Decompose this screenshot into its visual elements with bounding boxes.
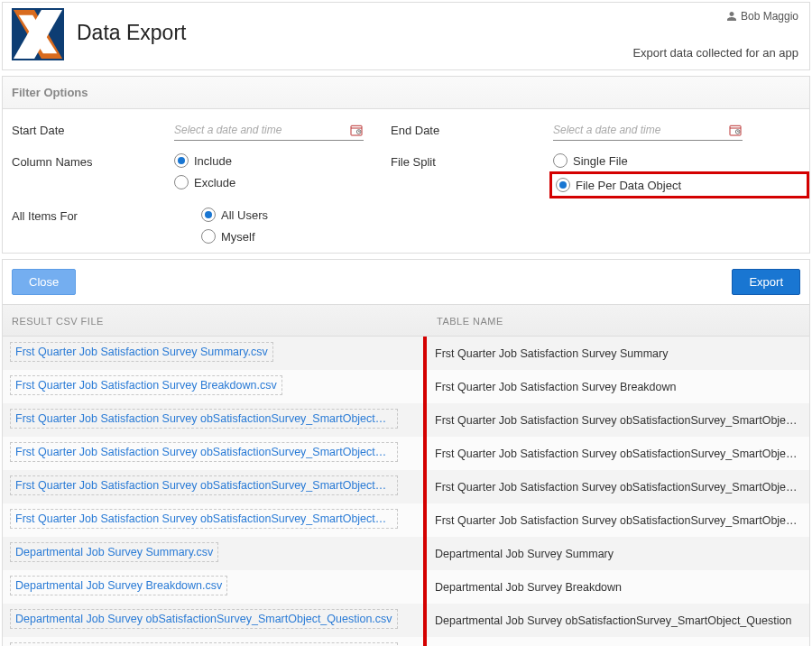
csv-file-link[interactable]: Departmental Job Survey Breakdown.csv (10, 576, 227, 595)
table-row: Frst Quarter Job Satisfaction Survey obS… (3, 403, 809, 437)
table-name-cell: Frst Quarter Job Satisfaction Survey obS… (429, 481, 802, 494)
table-name-cell: Departmental Job Survey obSatisfactionSu… (429, 614, 802, 627)
table-name-cell: Departmental Job Survey Breakdown (429, 581, 802, 594)
table-row: Departmental Job Survey obSatisfactionSu… (3, 604, 809, 637)
end-date-input[interactable]: Select a date and time (553, 122, 743, 141)
radio-all-users[interactable]: All Users (201, 208, 391, 222)
results-panel: Close Export RESULT CSV FILE TABLE NAME … (2, 259, 810, 646)
action-bar: Close Export (3, 260, 809, 304)
page-subtitle: Export data collected for an app (632, 46, 798, 60)
radio-label: Include (194, 154, 232, 168)
radio-exclude[interactable]: Exclude (174, 175, 391, 189)
filter-section-title: Filter Options (3, 77, 809, 109)
table-name-cell: Frst Quarter Job Satisfaction Survey Bre… (429, 381, 802, 393)
results-header: RESULT CSV FILE TABLE NAME (3, 305, 809, 337)
radio-dot-icon (174, 153, 189, 168)
table-name-cell: Departmental Job Survey Summary (429, 548, 802, 560)
results-rows: Frst Quarter Job Satisfaction Survey Sum… (3, 337, 809, 646)
radio-label: Exclude (194, 176, 235, 189)
radio-dot-icon (174, 175, 189, 189)
filter-panel: Filter Options Start Date Select a date … (2, 76, 810, 254)
end-date-label: End Date (391, 122, 553, 137)
table-name-cell: Frst Quarter Job Satisfaction Survey obS… (429, 448, 802, 460)
table-row: Frst Quarter Job Satisfaction Survey obS… (3, 437, 809, 470)
highlight-marker (423, 337, 427, 646)
page-title: Data Export (77, 21, 186, 45)
csv-file-link[interactable]: Frst Quarter Job Satisfaction Survey Bre… (10, 375, 282, 395)
header-panel: Data Export Bob Maggio Export data colle… (2, 2, 810, 70)
csv-file-link[interactable]: Departmental Job Survey obSatisfactionSu… (10, 609, 398, 629)
file-split-label: File Split (391, 153, 553, 169)
csv-file-link[interactable]: Departmental Job Survey obSatisfactionSu… (10, 642, 398, 646)
csv-file-link[interactable]: Departmental Job Survey Summary.csv (10, 542, 218, 562)
radio-dot-icon (201, 229, 216, 244)
col-head-file: RESULT CSV FILE (12, 316, 431, 327)
table-row: Frst Quarter Job Satisfaction Survey obS… (3, 503, 809, 537)
radio-include[interactable]: Include (174, 153, 391, 168)
close-button[interactable]: Close (12, 269, 76, 295)
start-date-input[interactable]: Select a date and time (174, 122, 364, 141)
app-logo (12, 8, 64, 60)
radio-label: File Per Data Object (576, 179, 681, 192)
start-date-placeholder: Select a date and time (174, 124, 281, 136)
end-date-placeholder: Select a date and time (553, 124, 660, 136)
csv-file-link[interactable]: Frst Quarter Job Satisfaction Survey obS… (10, 409, 398, 429)
table-row: Departmental Job Survey Breakdown.csvDep… (3, 570, 809, 604)
user-block[interactable]: Bob Maggio (726, 10, 798, 23)
user-name: Bob Maggio (741, 10, 798, 23)
radio-dot-icon (553, 153, 567, 168)
radio-label: Myself (221, 230, 255, 244)
start-date-label: Start Date (12, 122, 174, 137)
all-items-label: All Items For (12, 208, 174, 223)
table-row: Frst Quarter Job Satisfaction Survey Sum… (3, 337, 809, 370)
table-name-cell: Frst Quarter Job Satisfaction Survey obS… (429, 414, 802, 427)
col-head-table: TABLE NAME (431, 316, 800, 327)
csv-file-link[interactable]: Frst Quarter Job Satisfaction Survey obS… (10, 475, 398, 495)
table-name-cell: Frst Quarter Job Satisfaction Survey Sum… (429, 347, 802, 360)
csv-file-link[interactable]: Frst Quarter Job Satisfaction Survey obS… (10, 509, 398, 529)
radio-label: All Users (221, 208, 268, 222)
radio-dot-icon (556, 178, 570, 192)
radio-file-per-object[interactable]: File Per Data Object (549, 171, 809, 198)
table-row: Departmental Job Survey obSatisfactionSu… (3, 637, 809, 646)
csv-file-link[interactable]: Frst Quarter Job Satisfaction Survey obS… (10, 442, 398, 462)
table-row: Departmental Job Survey Summary.csvDepar… (3, 537, 809, 570)
export-button[interactable]: Export (732, 269, 800, 295)
radio-myself[interactable]: Myself (201, 229, 391, 244)
user-icon (726, 11, 737, 22)
calendar-icon (349, 123, 364, 137)
table-row: Frst Quarter Job Satisfaction Survey obS… (3, 470, 809, 503)
calendar-icon (728, 123, 743, 137)
table-name-cell: Frst Quarter Job Satisfaction Survey obS… (429, 514, 802, 527)
radio-dot-icon (201, 208, 216, 222)
csv-file-link[interactable]: Frst Quarter Job Satisfaction Survey Sum… (10, 342, 273, 362)
radio-single-file[interactable]: Single File (553, 153, 806, 168)
column-names-label: Column Names (12, 153, 174, 169)
radio-label: Single File (573, 154, 628, 168)
table-row: Frst Quarter Job Satisfaction Survey Bre… (3, 370, 809, 403)
